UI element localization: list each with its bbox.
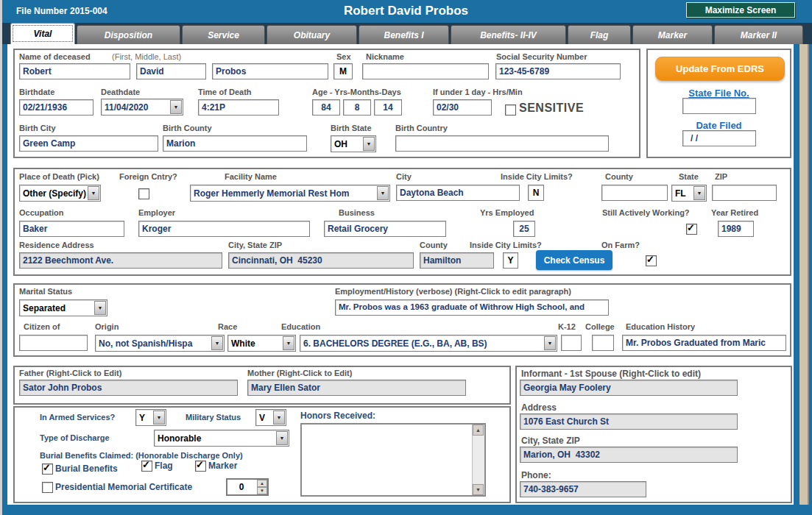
tab-service[interactable]: Service <box>182 25 265 44</box>
middle-name-field[interactable]: David <box>136 63 206 79</box>
death-city-field[interactable]: Daytona Beach <box>396 185 520 201</box>
informant-city-state-zip-field[interactable]: Marion, OH 43302 <box>520 447 738 463</box>
scroll-up-icon[interactable]: ▲ <box>473 425 484 436</box>
death-state-label: State <box>679 172 699 181</box>
sex-field[interactable]: M <box>333 63 353 79</box>
death-county-field[interactable] <box>601 185 668 201</box>
informant-phone-field[interactable]: 740-383-9657 <box>520 481 646 497</box>
informant-address-field[interactable]: 1076 East Church St <box>520 413 738 430</box>
yrs-employed-field[interactable]: 25 <box>513 221 535 237</box>
first-name-field[interactable]: Robert <box>19 63 130 79</box>
residence-inside-city-field[interactable]: Y <box>503 252 518 269</box>
death-city-label: City <box>396 172 412 181</box>
chevron-down-icon[interactable]: ▼ <box>693 186 705 200</box>
last-name-field[interactable]: Probos <box>212 63 328 79</box>
pmc-count-stepper[interactable]: 0 ▲ ▼ <box>226 478 269 496</box>
birthdate-label: Birthdate <box>19 88 54 96</box>
birthdate-field[interactable]: 02/21/1936 <box>19 99 93 116</box>
tab-disposition[interactable]: Disposition <box>77 25 180 44</box>
age-days-field[interactable]: 14 <box>374 99 402 116</box>
burial-benefits-checkbox[interactable] <box>42 464 53 475</box>
on-farm-checkbox[interactable] <box>646 255 657 266</box>
sensitive-checkbox[interactable] <box>505 104 516 116</box>
residence-address-field[interactable]: 2122 Beechmont Ave. <box>19 252 222 269</box>
flag-checkbox[interactable] <box>141 461 152 472</box>
deathdate-select[interactable]: 11/04/2020 ▼ <box>101 99 183 116</box>
chevron-down-icon[interactable]: ▼ <box>88 186 99 200</box>
father-field[interactable]: Sator John Probos <box>19 380 238 396</box>
age-years-field[interactable]: 84 <box>312 99 340 116</box>
facility-name-select[interactable]: Roger Hemmerly Memorial Rest Hom ▼ <box>190 185 390 202</box>
chevron-down-icon[interactable]: ▼ <box>211 336 223 350</box>
tab-obituary[interactable]: Obituary <box>266 25 357 44</box>
presidential-memorial-certificate-label: Presidential Memorial Certificate <box>55 482 192 492</box>
k12-field[interactable] <box>561 335 582 351</box>
in-armed-services-label: In Armed Services? <box>40 413 115 422</box>
mother-field[interactable]: Mary Ellen Sator <box>247 380 466 396</box>
under-one-day-field[interactable]: 02/30 <box>433 99 492 116</box>
college-field[interactable] <box>592 335 614 351</box>
chevron-down-icon[interactable]: ▼ <box>153 411 165 425</box>
tab-vital[interactable]: Vital <box>10 23 75 44</box>
employment-history-field[interactable]: Mr. Probos was a 1963 graduate of Withro… <box>335 299 609 316</box>
chevron-down-icon[interactable]: ▼ <box>544 336 556 350</box>
birth-city-field[interactable]: Green Camp <box>19 135 158 152</box>
residence-city-state-zip-field[interactable]: Cincinnati, OH 45230 <box>228 252 414 269</box>
year-retired-field[interactable]: 1989 <box>718 221 754 237</box>
state-file-no-field[interactable] <box>682 98 756 114</box>
type-of-discharge-label: Type of Discharge <box>40 433 110 442</box>
military-status-select[interactable]: V ▼ <box>255 409 286 426</box>
maximize-screen-button[interactable]: Maximize Screen <box>686 2 795 18</box>
death-state-select[interactable]: FL ▼ <box>671 185 707 202</box>
education-label: Education <box>281 322 320 331</box>
tab-marker[interactable]: Marker <box>632 25 713 44</box>
origin-select[interactable]: No, not Spanish/Hispa ▼ <box>95 335 225 352</box>
education-history-field[interactable]: Mr. Probos Graduated from Maric <box>622 335 786 351</box>
honors-received-textarea[interactable]: ▲ ▼ <box>300 423 486 497</box>
foreign-country-checkbox[interactable] <box>138 188 149 199</box>
place-of-death-select[interactable]: Other (Specify) ▼ <box>19 185 101 202</box>
birth-country-field[interactable] <box>395 135 609 152</box>
chevron-down-icon[interactable]: ▼ <box>170 100 182 114</box>
presidential-memorial-certificate-checkbox[interactable] <box>42 482 53 493</box>
age-months-field[interactable]: 8 <box>343 99 371 116</box>
time-of-death-field[interactable]: 4:21P <box>198 99 279 116</box>
spin-up-icon[interactable]: ▲ <box>257 480 267 487</box>
ssn-field[interactable]: 123-45-6789 <box>495 63 621 79</box>
marker-checkbox[interactable] <box>195 461 206 472</box>
tab-flag[interactable]: Flag <box>568 25 631 44</box>
business-field[interactable]: Retail Grocery <box>324 221 446 237</box>
chevron-down-icon[interactable]: ▼ <box>377 186 389 200</box>
tab-benefits-2-4[interactable]: Benefits- II-IV <box>451 25 566 44</box>
race-select[interactable]: White ▼ <box>227 335 296 352</box>
origin-label: Origin <box>95 322 119 331</box>
tab-benefits-1[interactable]: Benefits I <box>359 25 449 44</box>
chevron-down-icon[interactable]: ▼ <box>273 411 285 425</box>
tab-marker-2[interactable]: Marker II <box>714 25 803 44</box>
spin-down-icon[interactable]: ▼ <box>257 487 267 494</box>
chevron-down-icon[interactable]: ▼ <box>363 137 375 151</box>
update-from-edrs-button[interactable]: Update From EDRS <box>655 57 785 81</box>
marital-status-select[interactable]: Separated ▼ <box>19 299 107 316</box>
chevron-down-icon[interactable]: ▼ <box>94 301 106 315</box>
residence-county-field[interactable]: Hamilton <box>420 252 494 269</box>
birth-state-select[interactable]: OH ▼ <box>331 135 376 152</box>
citizen-of-field[interactable] <box>19 335 88 351</box>
in-armed-services-select[interactable]: Y ▼ <box>135 409 166 426</box>
occupation-field[interactable]: Baker <box>19 221 124 237</box>
chevron-down-icon[interactable]: ▼ <box>283 336 294 350</box>
informant-name-field[interactable]: Georgia May Foolery <box>520 380 738 396</box>
birth-county-field[interactable]: Marion <box>163 135 307 152</box>
nickname-field[interactable] <box>362 63 489 79</box>
scroll-down-icon[interactable]: ▼ <box>473 484 484 495</box>
education-select[interactable]: 6. BACHELORS DEGREE (E.G., BA, AB, BS) ▼ <box>300 335 557 352</box>
death-zip-field[interactable] <box>712 185 777 201</box>
employer-field[interactable]: Kroger <box>138 221 310 237</box>
type-of-discharge-select[interactable]: Honorable ▼ <box>154 430 289 447</box>
honors-scrollbar[interactable]: ▲ ▼ <box>472 425 484 495</box>
inside-city-limits-field[interactable]: N <box>528 185 544 201</box>
still-working-checkbox[interactable] <box>686 224 697 235</box>
check-census-button[interactable]: Check Census <box>536 250 612 270</box>
chevron-down-icon[interactable]: ▼ <box>276 431 288 445</box>
date-filed-field[interactable]: / / <box>682 130 756 146</box>
